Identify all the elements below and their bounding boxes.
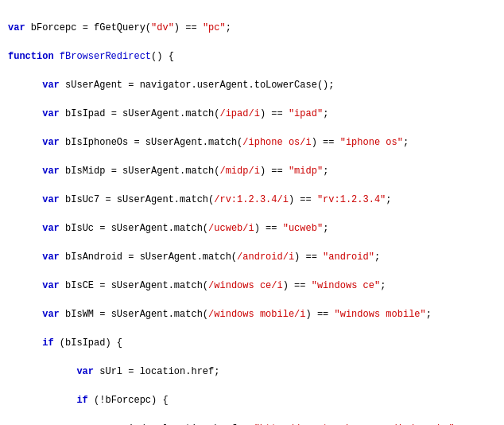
code-editor: var bForcepc = fGetQuery("dv") == "pc"; …: [8, 6, 496, 425]
line-10: var bIsCE = sUserAgent.match(/windows ce…: [8, 279, 496, 293]
line-1: var bForcepc = fGetQuery("dv") == "pc";: [8, 21, 496, 35]
line-2: function fBrowserRedirect() {: [8, 49, 496, 64]
line-5: var bIsIphoneOs = sUserAgent.match(/ipho…: [8, 135, 496, 150]
line-13: var sUrl = location.href;: [8, 365, 496, 379]
line-12: if (bIsIpad) {: [8, 336, 496, 350]
line-14: if (!bForcepc) {: [8, 393, 496, 407]
line-7: var bIsUc7 = sUserAgent.match(/rv:1.2.3.…: [8, 193, 496, 207]
line-15: window.location.href = "http://wap.topzh…: [8, 422, 496, 425]
line-4: var bIsIpad = sUserAgent.match(/ipad/i) …: [8, 107, 496, 121]
line-3: var sUserAgent = navigator.userAgent.toL…: [8, 78, 496, 92]
line-11: var bIsWM = sUserAgent.match(/windows mo…: [8, 307, 496, 322]
line-9: var bIsAndroid = sUserAgent.match(/andro…: [8, 250, 496, 264]
line-8: var bIsUc = sUserAgent.match(/ucweb/i) =…: [8, 221, 496, 236]
line-6: var bIsMidp = sUserAgent.match(/midp/i) …: [8, 164, 496, 178]
